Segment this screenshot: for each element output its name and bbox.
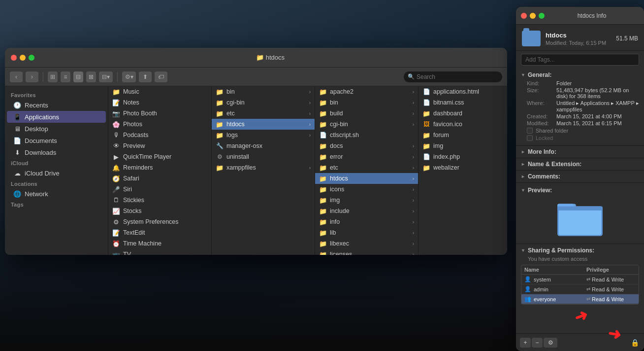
col-item-music[interactable]: 📁 Music [108,86,211,97]
col3-item-bin[interactable]: 📁 bin › [315,97,418,108]
sidebar-item-recents[interactable]: 🕐 Recents [7,99,106,111]
lock-button[interactable]: 🔒 [629,337,640,348]
col2-item-xamppfiles[interactable]: 📁 xamppfiles › [212,162,315,173]
col4-item-dashboard[interactable]: 📁 dashboard › [419,108,507,119]
col3-item-img[interactable]: 📁 img › [315,195,418,206]
col3-item-info[interactable]: 📁 info › [315,216,418,227]
col-item-tv[interactable]: 📺 TV [108,249,211,255]
tags-input[interactable]: Add Tags... [521,54,639,66]
name-extension-section[interactable]: ► Name & Extension: [516,158,644,171]
col2-item-uninstall[interactable]: ⚙ uninstall [212,151,315,162]
sidebar-item-desktop[interactable]: 🖥 Desktop [7,123,106,135]
col-item-siri[interactable]: 🎤 Siri [108,184,211,195]
col2-item-etc[interactable]: 📁 etc › [212,108,315,119]
sharing-header[interactable]: ▼ Sharing & Permissions: [521,247,639,254]
sidebar-item-network[interactable]: 🌐 Network [7,188,106,200]
col3-item-build[interactable]: 📁 build › [315,108,418,119]
col2-item-bin[interactable]: 📁 bin › [212,86,315,97]
comments-section[interactable]: ► Comments: [516,171,644,183]
column-view-button[interactable]: ⊟ [73,71,83,82]
perm-row-system[interactable]: 👤 system ⇄ Read & Write [521,275,639,284]
col3-item-apache2[interactable]: 📁 apache2 › [315,86,418,97]
shared-label: Shared folder [536,128,568,134]
col2-item-managerosx[interactable]: 🔧 manager-osx [212,140,315,151]
col-item-notes[interactable]: 📝 Notes [108,97,211,108]
col3-item-htdocs[interactable]: 📁 htdocs › [315,173,418,184]
minimize-button[interactable] [20,55,26,61]
col3-item-etc[interactable]: 📁 etc › [315,162,418,173]
general-header[interactable]: ▼ General: [521,71,639,78]
col-item-quicktime[interactable]: ▶ QuickTime Player [108,151,211,162]
stocks-icon: 📈 [112,207,120,215]
search-box[interactable]: 🔍 [404,71,502,82]
favorites-label: Favorites [5,90,108,99]
view-options-button[interactable]: ⊟▾ [99,71,113,82]
locked-checkbox[interactable] [527,135,533,141]
folder-cgibin: 📁 [319,120,327,128]
maximize-button[interactable] [29,55,34,61]
col2-item-htdocs[interactable]: 📁 htdocs › [212,119,315,130]
remove-permission-button[interactable]: − [532,338,543,348]
preview-header[interactable]: ▼ Preview: [521,187,639,194]
back-button[interactable]: ‹ [10,71,23,82]
info-close-button[interactable] [521,13,527,19]
share-button[interactable]: ⬆ [139,71,152,82]
col3-item-error[interactable]: 📁 error › [315,151,418,162]
col4-item-bitnamicss[interactable]: 📄 bitnami.css [419,97,507,108]
gear-menu-button[interactable]: ⚙ [544,338,557,348]
col3-item-lib[interactable]: 📁 lib › [315,227,418,238]
col-item-photos[interactable]: 🌸 Photos [108,119,211,130]
col-item-textedit[interactable]: 📝 TextEdit [108,227,211,238]
add-permission-button[interactable]: + [520,338,531,348]
col-item-stickies[interactable]: 🗒 Stickies [108,195,211,206]
col3-item-ctlscript[interactable]: 📄 ctlscript.sh [315,130,418,140]
info-header: htdocs Modified: Today, 6:15 PM 51.5 MB [516,25,644,51]
col3-item-docs[interactable]: 📁 docs › [315,140,418,151]
perm-row-admin[interactable]: 👤 admin ⇄ Read & Write [521,284,639,294]
col4-item-img[interactable]: 📁 img › [419,140,507,151]
svg-rect-6 [557,207,603,211]
sidebar-item-applications[interactable]: 📱 Applications [7,111,106,123]
col-item-stocks[interactable]: 📈 Stocks [108,206,211,216]
col4-item-favicon[interactable]: 🖼 favicon.ico [419,119,507,130]
info-maximize-button[interactable] [539,13,545,19]
col-item-safari[interactable]: 🧭 Safari [108,173,211,184]
list-view-button[interactable]: ≡ [61,71,70,82]
col3-item-include[interactable]: 📁 include › [315,206,418,216]
col2-item-cgibin[interactable]: 📁 cgi-bin › [212,97,315,108]
col-item-podcasts[interactable]: 🎙 Podcasts [108,130,211,140]
more-info-label: More Info: [528,148,556,155]
search-input[interactable] [417,73,498,80]
tag-button[interactable]: 🏷 [155,71,167,82]
col4-item-apphtml[interactable]: 📄 applications.html [419,86,507,97]
col4-item-forum[interactable]: 📁 forum › [419,130,507,140]
col-item-reminders[interactable]: 🔔 Reminders [108,162,211,173]
shared-checkbox[interactable] [527,128,533,134]
col-item-timemachine[interactable]: ⏰ Time Machine [108,238,211,249]
close-button[interactable] [11,55,17,61]
icon-view-button[interactable]: ⊞ [48,71,58,82]
col2-item-logs[interactable]: 📁 logs › [212,130,315,140]
col-item-sysprefs[interactable]: ⚙ System Preferences [108,216,211,227]
col-item-preview[interactable]: 👁 Preview [108,140,211,151]
col3-item-cgibin[interactable]: 📁 cgi-bin › [315,119,418,130]
col3-item-licenses[interactable]: 📁 licenses › [315,249,418,255]
more-info-section[interactable]: ► More Info: [516,146,644,158]
perm-row-everyone[interactable]: 👥 everyone ⇄ Read & Write [521,294,639,304]
col4-item-webalizer[interactable]: 📁 webalizer › [419,162,507,173]
perm-priv-everyone: ⇄ Read & Write [586,296,636,302]
sidebar-item-applications-label: Applications [25,113,59,121]
col4-item-indexphp[interactable]: 📄 index.php [419,151,507,162]
sidebar-item-icloud[interactable]: ☁ iCloud Drive [7,167,106,179]
where-value: Untitled ▸ Applications ▸ XAMPP ▸ xamppf… [556,100,639,112]
sidebar-item-downloads[interactable]: ⬇ Downloads [7,146,106,158]
forward-button[interactable]: › [26,71,38,82]
gallery-view-button[interactable]: ⊠ [86,71,96,82]
action-button[interactable]: ⚙▾ [122,71,136,82]
col3-item-icons[interactable]: 📁 icons › [315,184,418,195]
sidebar-item-documents[interactable]: 📄 Documents [7,135,106,146]
general-label: General: [528,71,552,78]
col-item-photobooth[interactable]: 📷 Photo Booth [108,108,211,119]
info-minimize-button[interactable] [530,13,536,19]
col3-item-libexec[interactable]: 📁 libexec › [315,238,418,249]
